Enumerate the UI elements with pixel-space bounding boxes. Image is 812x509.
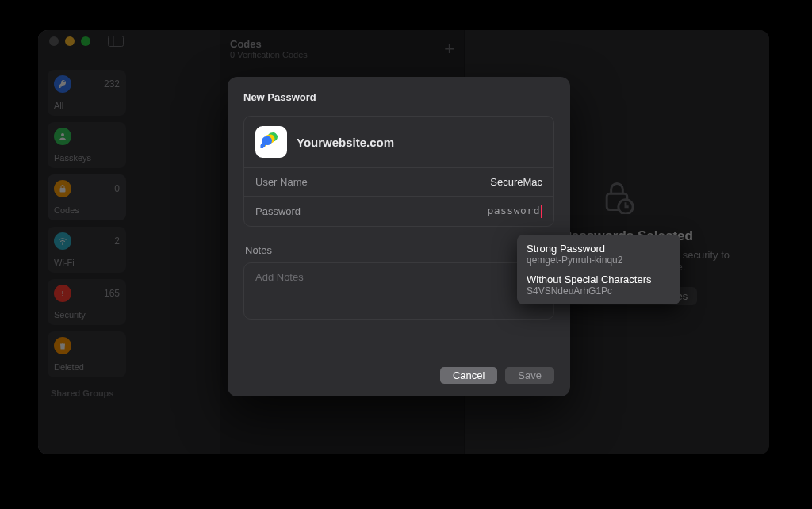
text-caret xyxy=(541,205,542,218)
cancel-button[interactable]: Cancel xyxy=(440,367,497,384)
username-row[interactable]: User Name SecureMac xyxy=(244,167,553,196)
username-label: User Name xyxy=(255,176,308,188)
site-favicon xyxy=(255,126,287,158)
notes-input[interactable]: Add Notes xyxy=(243,262,554,320)
password-suggestion-popover: Strong Password qemget-Pynruh-kinqu2 Wit… xyxy=(517,235,680,304)
password-input[interactable]: password xyxy=(487,205,542,218)
username-value[interactable]: SecureMac xyxy=(490,176,542,188)
suggestion-title: Strong Password xyxy=(527,243,671,254)
notes-placeholder-text: Add Notes xyxy=(255,271,304,283)
site-name-input[interactable]: Yourwebsite.com xyxy=(297,136,394,149)
notes-label: Notes xyxy=(243,244,554,256)
suggestion-title: Without Special Characters xyxy=(527,274,671,285)
password-value-text: password xyxy=(487,205,540,216)
suggestion-value: S4VSNdeuArhG1Pc xyxy=(527,285,671,297)
suggestion-value: qemget-Pynruh-kinqu2 xyxy=(527,254,671,266)
site-card: Yourwebsite.com User Name SecureMac Pass… xyxy=(243,116,554,227)
password-label: Password xyxy=(255,205,301,217)
suggestion-strong[interactable]: Strong Password qemget-Pynruh-kinqu2 xyxy=(527,241,671,267)
modal-footer: Cancel Save xyxy=(243,367,554,384)
save-button[interactable]: Save xyxy=(505,367,554,384)
modal-title: New Password xyxy=(243,91,554,103)
suggestion-nospecial[interactable]: Without Special Characters S4VSNdeuArhG1… xyxy=(527,272,671,298)
password-row[interactable]: Password password xyxy=(244,196,553,226)
